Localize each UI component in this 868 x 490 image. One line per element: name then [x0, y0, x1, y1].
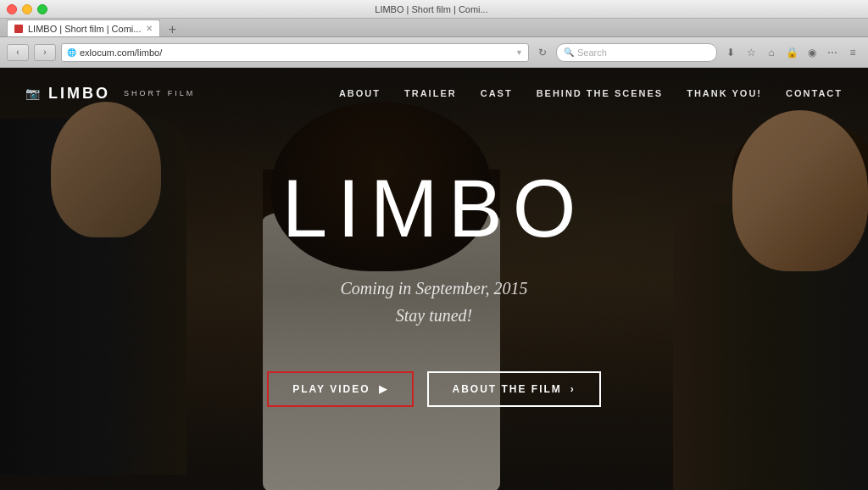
- nav-link-trailer[interactable]: TRAILER: [404, 88, 457, 98]
- search-bar[interactable]: 🔍 Search: [556, 43, 717, 62]
- tab-close-button[interactable]: ✕: [146, 24, 153, 33]
- search-icon: 🔍: [564, 47, 574, 57]
- website-content: 📷 LIMBO SHORT FILM ABOUT TRAILER CAST BE…: [0, 68, 868, 490]
- extensions-icon[interactable]: ⋯: [824, 44, 841, 61]
- tab-title: LIMBO | Short film | Comi...: [28, 24, 141, 34]
- about-film-button[interactable]: ABOUT THE FILM ›: [427, 371, 601, 407]
- about-film-label: ABOUT THE FILM: [453, 383, 562, 395]
- hero-subtitle-line2: Stay tuned!: [340, 302, 527, 329]
- hero-subtitle-line1: Coming in September, 2015: [340, 275, 527, 302]
- new-tab-button[interactable]: +: [164, 23, 181, 36]
- back-button[interactable]: ‹: [7, 44, 29, 61]
- dropdown-arrow: ▼: [515, 48, 523, 57]
- play-icon: ▶: [379, 383, 388, 395]
- chevron-right-icon: ›: [570, 383, 576, 395]
- logo-text: LIMBO: [48, 85, 110, 103]
- home-icon[interactable]: ⌂: [763, 44, 780, 61]
- site-navigation: 📷 LIMBO SHORT FILM ABOUT TRAILER CAST BE…: [0, 68, 868, 119]
- hero-buttons: PLAY VIDEO ▶ ABOUT THE FILM ›: [267, 371, 601, 407]
- browser-toolbar: ‹ › 🌐 exlocum.com/limbo/ ▼ ↻ 🔍 Search ⬇ …: [0, 37, 868, 68]
- nav-link-about[interactable]: ABOUT: [339, 88, 381, 98]
- forward-button[interactable]: ›: [34, 44, 56, 61]
- search-placeholder: Search: [577, 47, 607, 58]
- hero-title: LIMBO: [282, 168, 587, 249]
- download-icon[interactable]: ⬇: [722, 44, 739, 61]
- nav-link-cast[interactable]: CAST: [481, 88, 513, 98]
- address-bar[interactable]: 🌐 exlocum.com/limbo/ ▼: [61, 43, 529, 62]
- window-title: LIMBO | Short film | Comi...: [2, 4, 861, 14]
- site-logo: 📷 LIMBO SHORT FILM: [25, 85, 195, 103]
- hero-subtitle: Coming in September, 2015 Stay tuned!: [340, 275, 527, 329]
- url-text: exlocum.com/limbo/: [80, 47, 162, 58]
- active-tab[interactable]: LIMBO | Short film | Comi... ✕: [7, 19, 160, 36]
- toolbar-extra-icons: ⬇ ☆ ⌂ 🔒 ◉ ⋯ ≡: [722, 44, 861, 61]
- tab-bar: LIMBO | Short film | Comi... ✕ +: [0, 19, 868, 37]
- profile-icon[interactable]: ◉: [804, 44, 821, 61]
- hero-content: LIMBO Coming in September, 2015 Stay tun…: [0, 68, 868, 490]
- play-video-button[interactable]: PLAY VIDEO ▶: [267, 371, 413, 407]
- menu-icon[interactable]: ≡: [844, 44, 861, 61]
- nav-link-behind-scenes[interactable]: BEHIND THE SCENES: [537, 88, 664, 98]
- refresh-button[interactable]: ↻: [534, 44, 551, 61]
- nav-link-thank-you[interactable]: THANK YOU!: [687, 88, 762, 98]
- logo-subtitle: SHORT FILM: [124, 89, 195, 97]
- title-bar: LIMBO | Short film | Comi...: [0, 0, 868, 19]
- tab-favicon: [14, 25, 23, 33]
- lock-toolbar-icon[interactable]: 🔒: [783, 44, 800, 61]
- nav-link-contact[interactable]: CONTACT: [786, 88, 843, 98]
- lock-icon: 🌐: [67, 48, 76, 57]
- browser-window: LIMBO | Short film | Comi... LIMBO | Sho…: [0, 0, 868, 490]
- play-video-label: PLAY VIDEO: [292, 383, 370, 395]
- nav-links: ABOUT TRAILER CAST BEHIND THE SCENES THA…: [339, 88, 843, 98]
- camera-icon: 📷: [25, 86, 40, 100]
- bookmark-icon[interactable]: ☆: [743, 44, 760, 61]
